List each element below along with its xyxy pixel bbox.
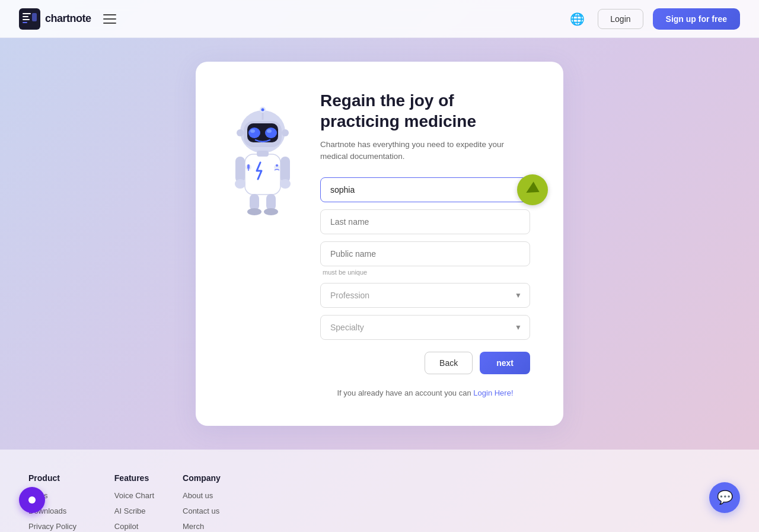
public-name-group: must be unique (320, 241, 530, 276)
list-item: AI Scribe (114, 505, 154, 516)
list-item: Privacy Policy (28, 521, 86, 531)
svg-rect-28 (266, 194, 276, 211)
signup-form: Regain the joy of practicing medicine Ch… (320, 90, 530, 397)
first-name-group (320, 177, 530, 202)
cursor-indicator (517, 174, 548, 205)
back-button[interactable]: Back (425, 352, 473, 374)
specialty-select[interactable]: Specialty Internal Medicine Family Medic… (320, 315, 530, 340)
list-item: About us (183, 490, 275, 501)
specialty-group: Specialty Internal Medicine Family Medic… (320, 315, 530, 340)
svg-point-17 (282, 129, 289, 136)
navbar-left: chartnote (19, 8, 119, 30)
public-name-hint: must be unique (323, 269, 530, 276)
list-item: Copilot (114, 521, 154, 531)
svg-point-16 (237, 129, 244, 136)
voice-chart-link[interactable]: Voice Chart (114, 491, 154, 500)
svg-point-26 (280, 179, 291, 189)
profession-group: Profession Physician Nurse Other ▼ (320, 283, 530, 308)
svg-point-9 (248, 128, 260, 138)
svg-point-22 (276, 164, 278, 167)
list-item: Merch (183, 521, 275, 531)
svg-rect-18 (245, 154, 280, 195)
chat-widget[interactable]: 💬 (709, 482, 740, 513)
login-button[interactable]: Login (598, 9, 643, 29)
merch-link[interactable]: Merch (183, 522, 204, 531)
last-name-group (320, 209, 530, 234)
ai-scribe-link[interactable]: AI Scribe (114, 506, 146, 515)
logo[interactable]: chartnote (19, 8, 91, 30)
first-name-input[interactable] (320, 177, 530, 202)
svg-rect-23 (235, 157, 245, 183)
svg-point-12 (267, 129, 272, 133)
next-button[interactable]: next (480, 352, 530, 374)
signup-card: Regain the joy of practicing medicine Ch… (196, 62, 563, 426)
contact-us-link[interactable]: Contact us (183, 506, 219, 515)
svg-rect-27 (250, 194, 259, 211)
about-us-link[interactable]: About us (183, 491, 213, 500)
copilot-link[interactable]: Copilot (114, 522, 138, 531)
svg-rect-2 (23, 16, 28, 17)
last-name-input[interactable] (320, 209, 530, 234)
svg-point-30 (264, 208, 278, 215)
privacy-policy-link[interactable]: Privacy Policy (28, 522, 76, 531)
svg-rect-1 (23, 13, 31, 14)
card-title: Regain the joy of practicing medicine (320, 90, 530, 132)
footer: Product Plans Downloads Privacy Policy T… (0, 450, 759, 533)
svg-point-10 (265, 128, 277, 138)
svg-point-11 (250, 129, 255, 133)
navbar-right: 🌐 Login Sign up for free (566, 8, 740, 30)
profession-select[interactable]: Profession Physician Nurse Other (320, 283, 530, 308)
list-item: Voice Chart (114, 490, 154, 501)
svg-point-15 (261, 109, 264, 112)
footer-features-heading: Features (114, 473, 154, 483)
footer-company-heading: Company (183, 473, 275, 483)
footer-features-list: Voice Chart AI Scribe Copilot Dictation … (114, 490, 154, 533)
card-subtitle: Chartnote has everything you need to exp… (320, 139, 530, 163)
logo-text: chartnote (45, 12, 91, 25)
footer-columns: Product Plans Downloads Privacy Policy T… (28, 473, 731, 533)
svg-point-29 (247, 208, 261, 215)
svg-rect-5 (32, 13, 37, 21)
main-content: Regain the joy of practicing medicine Ch… (0, 38, 759, 450)
footer-features-col: Features Voice Chart AI Scribe Copilot D… (114, 473, 154, 533)
footer-company-list: About us Contact us Merch (183, 490, 275, 531)
svg-point-25 (235, 179, 245, 189)
public-name-input[interactable] (320, 241, 530, 266)
button-row: Back next (320, 352, 530, 374)
language-button[interactable]: 🌐 (566, 8, 588, 30)
logo-icon (19, 8, 40, 30)
svg-rect-4 (23, 22, 27, 23)
svg-rect-31 (257, 151, 269, 157)
login-prompt: If you already have an account you can L… (320, 388, 530, 397)
svg-rect-0 (19, 8, 40, 30)
list-item: Contact us (183, 505, 275, 516)
signup-button[interactable]: Sign up for free (653, 8, 740, 30)
hamburger-menu[interactable] (101, 12, 119, 26)
robot-svg (227, 102, 298, 221)
purple-circle-widget[interactable] (19, 487, 45, 513)
footer-product-heading: Product (28, 473, 86, 483)
navbar: chartnote 🌐 Login Sign up for free (0, 0, 759, 38)
svg-rect-24 (280, 157, 290, 183)
login-here-link[interactable]: Login Here! (473, 388, 513, 397)
footer-company-col: Company About us Contact us Merch ▶ f ◉ … (183, 473, 275, 533)
svg-rect-3 (23, 19, 30, 20)
robot-illustration (224, 102, 301, 221)
